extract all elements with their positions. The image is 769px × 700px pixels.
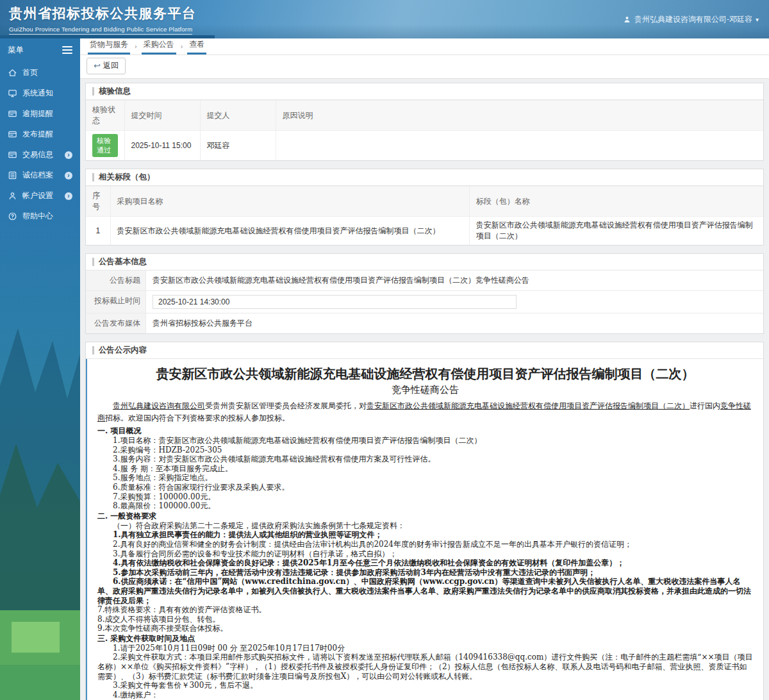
section-marker (92, 173, 94, 181)
table-row: 1 贵安新区市政公共领域新能源充电基础设施经营权有偿使用项目资产评估报告编制项目… (86, 217, 763, 246)
announcement-line: （一）符合政府采购法第二十二条规定，提供政府采购法实施条例第十七条规定资料： (97, 521, 753, 531)
app-window: 贵州省招标投标公共服务平台 GuiZhou Province Tendering… (0, 0, 769, 700)
basic-info-value: 贵安新区市政公共领域新能源充电基础设施经营权有偿使用项目资产评估报告编制项目（二… (146, 271, 763, 290)
person-icon (8, 191, 17, 201)
announcement-intro: 贵州弘典建设咨询有限公司受贵州贵安新区管理委员会经济发展局委托，对贵安新区市政公… (97, 400, 753, 424)
sidebar-item-label: 帐户设置 (22, 190, 53, 201)
announcement-line: 1.具有独立承担民事责任的能力：提供法人或其他组织的营业执照等证明文件； (97, 530, 753, 540)
sidebar-item-help-center[interactable]: 帮助中心 (0, 206, 80, 226)
announcement-line: 7.特殊资格要求：具有有效的资产评估资格证书。 (97, 605, 753, 615)
announcement-line: 1.项目名称：贵安新区市政公共领域新能源充电基础设施经营权有偿使用项目资产评估报… (97, 436, 753, 446)
back-button-label: 返回 (103, 60, 119, 71)
announcement-line: 7.采购预算：100000.00元。 (97, 492, 753, 502)
announcement-line: 8.最高限价：100000.00元。 (97, 501, 753, 511)
menu-label: 菜单 (8, 45, 24, 56)
basic-info-label: 公告标题 (86, 271, 146, 290)
section-marker (92, 87, 94, 96)
agency-name: 贵州弘典建设咨询有限公司 (113, 401, 205, 410)
announcement-line: 3.采购文件每套售价￥300元，售后不退。 (97, 681, 753, 690)
sidebar: 菜单 首页系统通知逾期提醒发布提醒交易信息›诚信档案›帐户设置›帮助中心 (0, 38, 80, 700)
col-no: 序号 (86, 187, 110, 217)
basic-info-row: 投标截止时间2025-10-21 14:30:00 (86, 291, 763, 313)
project-name-inline: 贵安新区市政公共领域新能源充电基础设施经营权有偿使用项目资产评估报告编制项目（二… (367, 401, 690, 410)
hamburger-icon[interactable] (62, 44, 72, 56)
help-icon (8, 212, 17, 221)
breadcrumb-item-2[interactable]: 查看 (187, 39, 206, 54)
status-badge: 核验通过 (92, 134, 118, 157)
chevron-right-icon: › (65, 172, 72, 179)
row-no: 1 (86, 217, 110, 246)
breadcrumb-item-1[interactable]: 采购公告 (142, 39, 176, 54)
sidebar-menu: 菜单 首页系统通知逾期提醒发布提醒交易信息›诚信档案›帐户设置›帮助中心 (0, 38, 80, 226)
basic-info-title: 公告基本信息 (86, 254, 763, 271)
verification-section-title: 核验信息 (86, 83, 763, 100)
announcement-line: 5.参加本次采购活动前三年内，在经营活动中没有违法违规记录：提供参加政府采购活动… (97, 568, 753, 578)
sidebar-item-label: 首页 (22, 67, 38, 78)
announcement-line: 9.本次竞争性磋商不接受联合体投标。 (97, 624, 753, 633)
basic-info-label: 投标截止时间 (86, 291, 146, 313)
announcement-line: 6.质量标准：符合国家现行行业要求及采购人要求。 (97, 483, 753, 492)
breadcrumb: 货物与服务›采购公告›查看 (80, 38, 769, 55)
user-name: 贵州弘典建设咨询有限公司-邓廷容 (634, 14, 752, 25)
table-row: 核验通过 2025-10-11 15:00 邓廷容 (86, 131, 763, 161)
monitor-icon (8, 88, 17, 98)
related-sections-panel: 相关标段（包） 序号 采购项目名称 标段（包）名称 1 贵安新区市政公共领域新能… (85, 169, 764, 246)
main-content: 货物与服务›采购公告›查看 ↩ 返回 核验信息 核验状态 提交时间 提交人 (80, 38, 769, 700)
card-icon (8, 129, 17, 139)
sidebar-item-system-notice[interactable]: 系统通知 (0, 83, 80, 103)
announcement-line: 1.请于2025年10月11日09时 00 分 至2025年10月17日17时0… (97, 644, 753, 653)
basic-info-row: 公告发布媒体贵州省招标投标公共服务平台 (86, 313, 763, 333)
announcement-line: 一. 项目概况 (97, 426, 753, 436)
sidebar-item-label: 交易信息 (22, 149, 53, 160)
breadcrumb-separator: › (135, 42, 137, 54)
platform-logo: 贵州省招标投标公共服务平台 GuiZhou Province Tendering… (9, 4, 197, 35)
announcement-title: 贵安新区市政公共领域新能源充电基础设施经营权有偿使用项目资产评估报告编制项目（二… (97, 365, 753, 383)
chevron-right-icon: › (65, 151, 72, 159)
basic-info-label: 公告发布媒体 (86, 313, 146, 333)
announcement-line: 4.缴纳账户： (97, 690, 753, 700)
platform-title: 贵州省招标投标公共服务平台 (9, 4, 197, 22)
announcement-content: 贵安新区市政公共领域新能源充电基础设施经营权有偿使用项目资产评估报告编制项目（二… (86, 359, 763, 700)
col-time: 提交时间 (124, 101, 200, 131)
basic-info-panel: 公告基本信息 公告标题贵安新区市政公共领域新能源充电基础设施经营权有偿使用项目资… (85, 253, 764, 334)
announcement-line: 2.采购文件获取方式：本项目采用邮件形式购买招标文件，请将以下资料发送至招标代理… (97, 653, 753, 681)
col-reason: 原因说明 (276, 101, 763, 131)
sections-table: 序号 采购项目名称 标段（包）名称 1 贵安新区市政公共领域新能源充电基础设施经… (86, 186, 763, 245)
announcement-panel: 公告公示内容 贵安新区市政公共领域新能源充电基础设施经营权有偿使用项目资产评估报… (85, 342, 764, 700)
deadline-value-box: 2025-10-21 14:30:00 (153, 295, 517, 309)
sidebar-item-overdue-reminder[interactable]: 逾期提醒 (0, 104, 80, 124)
back-button[interactable]: ↩ 返回 (87, 58, 126, 74)
announcement-line: 3.服务内容：对贵安新区市政公共领域新能源充电基础设施经营权有偿使用方案及可行性… (97, 454, 753, 464)
verification-table: 核验状态 提交时间 提交人 原因说明 核验通过 2025-10-11 15:00… (86, 100, 763, 160)
sidebar-item-publish-reminder[interactable]: 发布提醒 (0, 124, 80, 144)
sidebar-item-home[interactable]: 首页 (0, 63, 80, 83)
announcement-line: 4.具有依法缴纳税收和社会保障资金的良好记录：提供2025年1月至今任意三个月依… (97, 558, 753, 568)
header-banner: 贵州省招标投标公共服务平台 GuiZhou Province Tendering… (0, 0, 769, 38)
announcement-subtitle: 竞争性磋商公告 (97, 383, 753, 397)
sidebar-item-label: 发布提醒 (22, 129, 53, 140)
breadcrumb-separator: › (181, 42, 183, 54)
announcement-line: 8.成交人不得将该项目分包、转包。 (97, 615, 753, 624)
user-icon (623, 15, 631, 24)
card-icon (8, 150, 17, 160)
sidebar-item-credit-archive[interactable]: 诚信档案› (0, 165, 80, 185)
sidebar-item-trade-info[interactable]: 交易信息› (0, 145, 80, 165)
card-icon (8, 109, 17, 119)
back-icon: ↩ (94, 62, 101, 70)
announcement-section-title: 公告公示内容 (86, 342, 763, 359)
announcement-line: 二. 一般资格要求 (97, 511, 753, 521)
home-icon (8, 68, 17, 78)
landscape-image (0, 194, 80, 700)
reason (276, 131, 763, 161)
sidebar-item-label: 帮助中心 (22, 211, 53, 222)
sidebar-item-account-settings[interactable]: 帐户设置› (0, 186, 80, 206)
col-submitter: 提交人 (200, 101, 276, 131)
toolbar: ↩ 返回 (80, 55, 769, 79)
breadcrumb-item-0[interactable]: 货物与服务 (88, 39, 130, 54)
announcement-line: 4.服 务 期：至本项目服务完成止。 (97, 464, 753, 474)
sidebar-item-label: 系统通知 (22, 88, 53, 99)
submitter: 邓廷容 (200, 131, 276, 161)
sidebar-item-label: 逾期提醒 (22, 108, 53, 119)
user-menu[interactable]: 贵州弘典建设咨询有限公司-邓廷容 ▾ (623, 14, 759, 25)
header-accent-strip (0, 35, 215, 38)
